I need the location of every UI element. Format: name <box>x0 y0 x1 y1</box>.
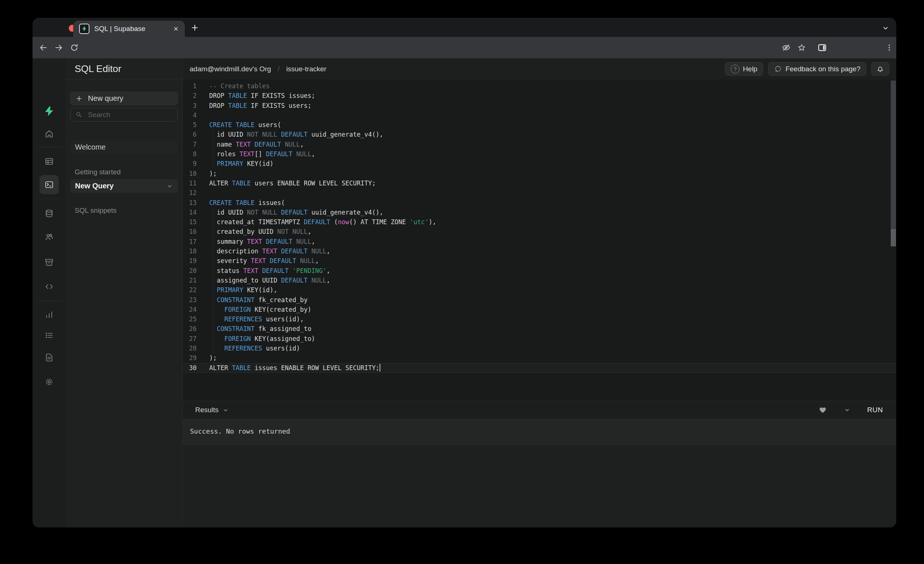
line-number: 26 <box>183 324 196 334</box>
code-line-27[interactable]: 27 FOREIGN KEY(assigned_to) <box>183 334 896 344</box>
line-number: 12 <box>183 188 196 197</box>
code-line-20[interactable]: 20 status TEXT DEFAULT 'PENDING', <box>183 266 896 275</box>
editor-scrollbar[interactable] <box>890 79 896 401</box>
storage-icon[interactable] <box>33 257 66 267</box>
code-line-11[interactable]: 11ALTER TABLE users ENABLE ROW LEVEL SEC… <box>183 178 896 188</box>
line-number: 5 <box>183 120 196 130</box>
scrollbar-decoration <box>891 229 896 246</box>
notifications-button[interactable] <box>871 62 889 76</box>
code-line-17[interactable]: 17 summary TEXT DEFAULT NULL, <box>183 237 896 246</box>
code-line-24[interactable]: 24 FOREIGN KEY(created_by) <box>183 305 896 314</box>
code-line-22[interactable]: 22 PRIMARY KEY(id), <box>183 285 896 295</box>
code-line-29[interactable]: 29); <box>183 353 896 363</box>
reports-icon[interactable] <box>33 310 66 320</box>
line-number: 1 <box>183 81 196 91</box>
code-line-2[interactable]: 2DROP TABLE IF EXISTS issues; <box>183 91 896 100</box>
code-line-1[interactable]: 1-- Create tables <box>183 81 896 91</box>
code-line-26[interactable]: 26 CONSTRAINT fk_assigned_to <box>183 324 896 334</box>
line-number: 16 <box>183 227 196 236</box>
search-box[interactable] <box>70 108 178 121</box>
logs-icon[interactable] <box>33 331 66 340</box>
feedback-button[interactable]: Feedback on this page? <box>768 62 866 76</box>
line-number: 25 <box>183 314 196 324</box>
chevron-down-icon[interactable] <box>166 183 173 190</box>
settings-gear-icon[interactable] <box>33 377 66 387</box>
database-icon[interactable] <box>33 209 66 218</box>
edge-functions-icon[interactable] <box>33 282 66 292</box>
code-line-9[interactable]: 9 PRIMARY KEY(id) <box>183 159 896 168</box>
run-options-chevron-icon[interactable] <box>843 406 851 414</box>
code-line-19[interactable]: 19 severity TEXT DEFAULT NULL, <box>183 256 896 266</box>
home-icon[interactable] <box>33 129 66 139</box>
code-line-5[interactable]: 5CREATE TABLE users( <box>183 120 896 130</box>
api-docs-icon[interactable] <box>33 353 66 362</box>
line-number: 30 <box>183 364 196 372</box>
reload-icon[interactable] <box>69 43 79 52</box>
code-line-13[interactable]: 13CREATE TABLE issues( <box>183 198 896 208</box>
table-editor-icon[interactable] <box>33 157 66 166</box>
code-line-14[interactable]: 14 id UUID NOT NULL DEFAULT uuid_generat… <box>183 208 896 217</box>
sidebar-item-welcome-label: Welcome <box>75 143 106 151</box>
scrollbar-thumb[interactable] <box>891 81 896 228</box>
breadcrumb-org[interactable]: adam@windmill.dev's Org <box>190 65 271 73</box>
browser-tab[interactable]: SQL | Supabase <box>73 21 185 37</box>
line-number: 10 <box>183 169 196 178</box>
back-icon[interactable] <box>39 43 48 52</box>
code-line-23[interactable]: 23 CONSTRAINT fk_created_by <box>183 295 896 305</box>
new-query-button[interactable]: New query <box>70 91 178 105</box>
code-line-21[interactable]: 21 assigned_to UUID DEFAULT NULL, <box>183 275 896 285</box>
browser-toolbar: app.supabase.com/project/azahtnhqohyjerz… <box>33 37 896 58</box>
code-line-7[interactable]: 7 name TEXT DEFAULT NULL, <box>183 140 896 149</box>
supabase-logo[interactable] <box>33 106 66 117</box>
code-lines: 1-- Create tables2DROP TABLE IF EXISTS i… <box>183 81 896 373</box>
tab-close-icon[interactable] <box>172 25 180 33</box>
side-panel-icon[interactable] <box>817 43 827 52</box>
authentication-icon[interactable] <box>33 232 66 242</box>
browser-menu-icon[interactable] <box>885 43 894 52</box>
breadcrumb-project[interactable]: issue-tracker <box>286 65 326 73</box>
sql-editor-icon[interactable] <box>33 180 66 190</box>
code-line-4[interactable]: 4 <box>183 111 896 120</box>
run-button[interactable]: RUN <box>867 406 883 414</box>
bookmark-star-icon[interactable] <box>797 43 807 52</box>
line-number: 23 <box>183 295 196 305</box>
line-number: 17 <box>183 237 196 246</box>
rail-divider <box>37 147 62 147</box>
code-line-16[interactable]: 16 created_by UUID NOT NULL, <box>183 227 896 236</box>
line-number: 7 <box>183 140 196 149</box>
supabase-app: SQL Editor New query Getting started Wel… <box>33 58 896 527</box>
favorite-heart-icon[interactable] <box>818 405 827 414</box>
code-line-15[interactable]: 15 created_at TIMESTAMPTZ DEFAULT (now()… <box>183 217 896 227</box>
sql-code-editor[interactable]: 1-- Create tables2DROP TABLE IF EXISTS i… <box>183 79 896 401</box>
line-number: 21 <box>183 275 196 285</box>
line-number: 20 <box>183 266 196 275</box>
results-dropdown[interactable]: Results <box>195 401 229 419</box>
new-tab-button[interactable] <box>190 23 200 33</box>
code-line-8[interactable]: 8 roles TEXT[] DEFAULT NULL, <box>183 149 896 159</box>
results-label: Results <box>195 406 218 414</box>
code-line-30[interactable]: 30ALTER TABLE issues ENABLE ROW LEVEL SE… <box>183 363 896 373</box>
line-number: 24 <box>183 305 196 314</box>
code-line-3[interactable]: 3DROP TABLE IF EXISTS users; <box>183 101 896 111</box>
code-line-18[interactable]: 18 description TEXT DEFAULT NULL, <box>183 246 896 256</box>
text-cursor <box>380 364 380 372</box>
line-number: 18 <box>183 246 196 256</box>
search-input[interactable] <box>87 111 170 119</box>
code-line-12[interactable]: 12 <box>183 188 896 197</box>
code-line-25[interactable]: 25 REFERENCES users(id), <box>183 314 896 324</box>
forward-icon[interactable] <box>54 43 64 52</box>
results-output: Success. No rows returned <box>183 419 896 445</box>
sidebar-item-new-query[interactable]: New Query <box>70 179 178 193</box>
sidebar-item-welcome[interactable]: Welcome <box>70 141 178 154</box>
tab-strip: SQL | Supabase <box>33 18 896 37</box>
line-number: 4 <box>183 111 196 120</box>
new-query-button-label: New query <box>88 94 123 103</box>
code-line-10[interactable]: 10); <box>183 169 896 178</box>
tab-search-chevron-icon[interactable] <box>881 24 890 33</box>
code-line-28[interactable]: 28 REFERENCES users(id) <box>183 344 896 353</box>
results-actions: RUN <box>818 401 883 419</box>
feedback-button-label: Feedback on this page? <box>785 65 860 73</box>
eye-slash-icon[interactable] <box>782 43 791 52</box>
code-line-6[interactable]: 6 id UUID NOT NULL DEFAULT uuid_generate… <box>183 130 896 139</box>
help-button[interactable]: ? Help <box>725 62 763 76</box>
